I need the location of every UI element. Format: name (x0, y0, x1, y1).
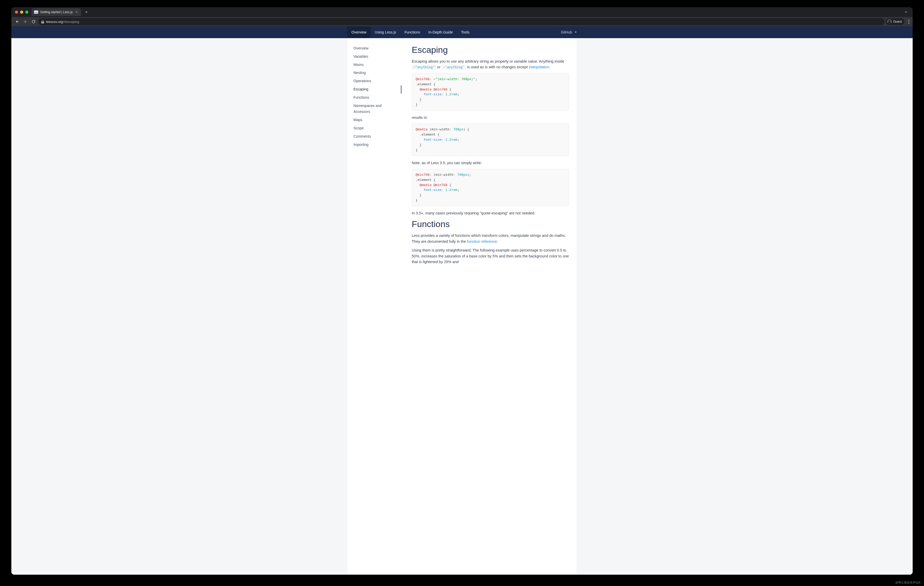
sidebar-item-namespaces-and-accessors[interactable]: Namespaces and Accessors (347, 102, 401, 116)
url-text: lesscss.org/#escaping (46, 20, 79, 24)
nav-item-functions[interactable]: Functions (400, 26, 424, 38)
titlebar: less Getting started | Less.js + (12, 7, 912, 17)
sidebar-item-maps[interactable]: Maps (347, 116, 401, 124)
favicon-icon: less (34, 11, 38, 14)
github-link[interactable]: GitHub (561, 26, 577, 38)
tabs-menu-button[interactable] (903, 9, 909, 15)
browser-menu-button[interactable] (907, 19, 911, 24)
content-scroll[interactable]: OverviewVariablesMixinsNestingOperations… (12, 38, 912, 574)
reload-button[interactable] (30, 18, 37, 25)
nav-item-tools[interactable]: Tools (457, 26, 474, 38)
tab-strip: less Getting started | Less.js + (31, 8, 90, 16)
inline-code: ~'anything' (442, 65, 466, 69)
github-label: GitHub (561, 30, 572, 34)
sidebar-item-functions[interactable]: Functions (347, 94, 401, 102)
code-block: @min768: (min-width: 768px); .element { … (412, 169, 569, 206)
reload-icon (31, 20, 36, 24)
arrow-left-icon (15, 20, 19, 24)
profile-button[interactable]: Guest (886, 18, 904, 25)
functions-intro: Less provides a variety of functions whi… (412, 233, 569, 244)
avatar-icon (887, 19, 892, 24)
results-in-label: results in: (412, 115, 569, 120)
content: OverviewVariablesMixinsNestingOperations… (347, 38, 577, 574)
maximize-window-button[interactable] (25, 11, 28, 14)
inline-code: ~"anything" (412, 65, 436, 69)
function-reference-link[interactable]: function reference (467, 239, 497, 244)
nav-item-using-less-js[interactable]: Using Less.js (370, 26, 400, 38)
nav-item-in-depth-guide[interactable]: In-Depth Guide (424, 26, 457, 38)
lock-icon (41, 20, 44, 23)
forward-button[interactable] (21, 18, 29, 25)
site-navbar: OverviewUsing Less.jsFunctionsIn-Depth G… (12, 26, 912, 38)
back-button[interactable] (13, 18, 21, 25)
code-block: @media (min-width: 768px) { .element { f… (412, 123, 569, 156)
nav-item-overview[interactable]: Overview (347, 26, 370, 38)
chevron-down-icon (575, 32, 577, 33)
arrow-right-icon (23, 20, 27, 24)
escaping-intro: Escaping allows you to use any arbitrary… (412, 59, 569, 70)
url-path: /#escaping (63, 20, 79, 24)
code-block: @min768: ~"(min-width: 768px)"; .element… (412, 73, 569, 110)
sidebar: OverviewVariablesMixinsNestingOperations… (347, 38, 401, 574)
sidebar-item-scope[interactable]: Scope (347, 124, 401, 132)
heading-escaping: Escaping (412, 45, 569, 55)
url-host: lesscss.org (46, 20, 63, 24)
sidebar-item-operations[interactable]: Operations (347, 77, 401, 85)
site-navbar-inner: OverviewUsing Less.jsFunctionsIn-Depth G… (347, 26, 577, 38)
tab-title: Getting started | Less.js (40, 10, 73, 14)
chevron-down-icon (905, 12, 907, 13)
main: Escaping Escaping allows you to use any … (401, 38, 577, 574)
window-controls (15, 11, 28, 14)
interpolation-link[interactable]: interpolation (529, 65, 549, 69)
watermark: @稀土掘金技术社区 (895, 581, 921, 584)
browser-tab[interactable]: less Getting started | Less.js (31, 8, 81, 16)
note-less35: Note, as of Less 3.5, you can simply wri… (412, 160, 569, 166)
new-tab-button[interactable]: + (83, 9, 90, 15)
browser-window: less Getting started | Less.js + lesscss… (12, 7, 912, 574)
profile-label: Guest (893, 20, 902, 23)
sidebar-item-importing[interactable]: Importing (347, 141, 401, 149)
sidebar-item-comments[interactable]: Comments (347, 132, 401, 141)
address-bar[interactable]: lesscss.org/#escaping (38, 18, 884, 25)
close-window-button[interactable] (15, 11, 18, 14)
sidebar-item-overview[interactable]: Overview (347, 44, 401, 53)
sidebar-item-mixins[interactable]: Mixins (347, 61, 401, 69)
sidebar-item-nesting[interactable]: Nesting (347, 69, 401, 77)
sidebar-item-escaping[interactable]: Escaping (347, 85, 401, 94)
sidebar-item-variables[interactable]: Variables (347, 53, 401, 61)
heading-functions: Functions (412, 219, 569, 229)
minimize-window-button[interactable] (20, 11, 23, 14)
toolbar: lesscss.org/#escaping Guest (12, 17, 912, 26)
note-quote-escaping: In 3.5+, many cases previously requiring… (412, 210, 569, 216)
page: OverviewUsing Less.jsFunctionsIn-Depth G… (12, 26, 912, 574)
functions-usage: Using them is pretty straightforward. Th… (412, 247, 569, 265)
close-tab-button[interactable] (75, 10, 78, 14)
